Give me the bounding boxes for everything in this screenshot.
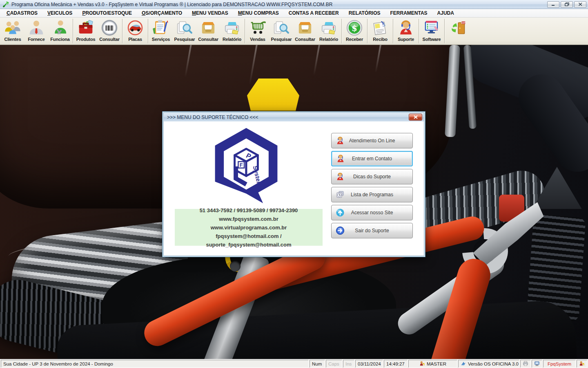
menu-item-ferramentas[interactable]: FERRAMENTAS — [385, 9, 432, 17]
toolbar-button-produtos[interactable]: Produtos — [74, 18, 98, 44]
monitor-icon — [534, 361, 540, 367]
menu-item-cadastros[interactable]: CADASTROS — [2, 9, 42, 17]
agent-icon — [397, 19, 414, 36]
dialog-button-lista-de-programas[interactable]: Lista de Programas — [331, 187, 413, 202]
toolbar-group-7: SRecibo — [368, 18, 392, 44]
toolbar-button-fornece[interactable]: Fornece — [24, 18, 48, 44]
printer-small-icon — [523, 361, 528, 367]
toolbar-label: Placas — [128, 37, 142, 42]
menu-item-menu-compras[interactable]: MENU COMPRAS — [233, 9, 284, 17]
toolbar-label: Software — [423, 37, 441, 42]
toolbar-group-1: ClientesForneceFunciona — [1, 18, 72, 44]
titlebar: Programa Oficina Mecânica + Vendas v3.0 … — [0, 0, 588, 9]
toolbar-group-9: Software — [420, 18, 443, 44]
toolbar-label: Pesquisar — [174, 37, 195, 42]
restore-button[interactable] — [561, 1, 573, 8]
toolbar-button-relatorio[interactable]: Relatório — [317, 18, 341, 44]
status-segment-fpqsystem: FpqSystem — [543, 360, 576, 368]
toolbar-button-consultar[interactable]: Consultar — [293, 18, 317, 44]
status-segment-sua-cidade-up-3-de-novembro-de-2024-domingo: Sua Cidade - UP 3 de Novembro de 2024 - … — [1, 360, 309, 368]
dialog-button-acessar-nosso-site[interactable]: Acessar nosso Site — [331, 205, 413, 220]
status-segment-03-11-2024: 03/11/2024 — [355, 360, 383, 368]
menu-item-contas-a-receber[interactable]: CONTAS A RECEBER — [284, 9, 344, 17]
toolbar-button-vendas[interactable]: Vendas — [246, 18, 270, 44]
contact-phones: 51 3443-7592 / 99139-5089 / 99734-2390 — [175, 206, 323, 215]
toolbar-label: Relatório — [319, 37, 338, 42]
toolbar-group-3: Placas — [123, 18, 147, 44]
worker-icon — [51, 19, 69, 36]
background-photo: >>> MENU DO SUPORTE TÉCNICO <<< — [0, 45, 588, 359]
menu-item-ajuda[interactable]: AJUDA — [432, 9, 459, 17]
toolbar-separator — [419, 19, 419, 43]
toolbar-button-suporte[interactable]: Suporte — [394, 18, 418, 44]
support-dialog: >>> MENU DO SUPORTE TÉCNICO <<< — [162, 111, 425, 257]
window-title: Programa Oficina Mecânica + Vendas v3.0 … — [11, 2, 332, 7]
dialog-button-atendimento-on-line[interactable]: Atendimento On Line — [331, 133, 413, 148]
agent-icon — [336, 136, 345, 145]
toolbar-label: Receber — [346, 37, 363, 42]
version-icon — [461, 361, 466, 367]
menu-item-menu-vendas[interactable]: MENU VENDAS — [187, 9, 233, 17]
toolbar-button-pesquisar[interactable]: Pesquisar — [270, 18, 293, 44]
exit-icon: EXIT — [450, 19, 467, 36]
toolbar-label: Produtos — [76, 37, 96, 42]
menu-item-relatorios[interactable]: RELATÓRIOS — [344, 9, 385, 17]
contact-site-1: www.fpqsystem.com.br — [175, 215, 323, 223]
toolbar-label: Clientes — [4, 37, 21, 42]
menu-item-os-orcamento[interactable]: OS/ORÇAMENTO — [137, 9, 187, 17]
status-text: Caps — [328, 361, 339, 366]
toolbar-button-pesquisar[interactable]: Pesquisar — [173, 18, 196, 44]
toolbar-separator — [73, 19, 73, 43]
status-text: FpqSystem — [548, 361, 571, 366]
toolbar-separator — [393, 19, 393, 43]
cart-icon — [249, 19, 266, 36]
dialog-title: >>> MENU DO SUPORTE TÉCNICO <<< — [167, 114, 258, 120]
toolbar-group-8: Suporte — [394, 18, 418, 44]
toolbar-button-recibo[interactable]: SRecibo — [368, 18, 392, 44]
dialog-button-label: Sair do Suporte — [355, 228, 389, 233]
toolbar-button-servicos[interactable]: Serviços — [149, 18, 173, 44]
toolbar-button-receber[interactable]: $Receber — [343, 18, 366, 44]
status-segment-monitor-icon — [532, 360, 542, 368]
toolbar-label: Vendas — [250, 37, 265, 42]
toolbar-button-relatorio[interactable]: Relatório — [220, 18, 244, 44]
status-text: 03/11/2024 — [358, 361, 381, 366]
toolbar-button-consultar[interactable]: Consultar — [196, 18, 220, 44]
dialog-button-sair-do-suporte[interactable]: Sair do Suporte — [331, 223, 413, 238]
dialog-button-label: Entrar em Contato — [352, 156, 392, 162]
toolbar-label: Consultar — [198, 37, 218, 42]
logo-letter-f: F — [240, 162, 243, 168]
minimize-button[interactable] — [547, 1, 559, 8]
software-icon — [423, 19, 440, 36]
status-text: Sua Cidade - UP 3 de Novembro de 2024 - … — [3, 361, 113, 366]
menu-item-veiculos[interactable]: VEICULOS — [42, 9, 77, 17]
receipt-icon: S — [372, 19, 389, 36]
dollar-icon: $ — [346, 19, 363, 36]
toolbar-button-placas[interactable]: Placas — [123, 18, 147, 44]
toolbar-label: Relatório — [223, 37, 241, 42]
toolbar-button-clientes[interactable]: Clientes — [1, 18, 24, 44]
toolbar-button-software[interactable]: Software — [420, 18, 443, 44]
toolbar: ClientesForneceFuncionaProdutosConsultar… — [0, 18, 588, 45]
dialog-close-button[interactable] — [409, 114, 422, 121]
toolbar-label: Consultar — [99, 37, 120, 42]
toolbar-button-consultar[interactable]: Consultar — [98, 18, 121, 44]
close-button[interactable] — [574, 1, 586, 8]
dialog-buttons: Atendimento On LineEntrar em ContatoDica… — [331, 133, 413, 238]
toolbar-button-exit-icon[interactable]: EXIT — [445, 18, 472, 44]
toolbar-group-5: VendasPesquisarConsultarRelatório — [246, 18, 341, 44]
toolbar-separator — [122, 19, 122, 43]
status-segment-14-49-27: 14:49:27 — [384, 360, 408, 368]
menubar: CADASTROSVEICULOSPRODUTO/ESTOQUEOS/ORÇAM… — [0, 9, 588, 18]
fpqsystem-logo: P F System — [210, 126, 283, 205]
menu-item-produto-estoque[interactable]: PRODUTO/ESTOQUE — [77, 9, 137, 17]
dialog-button-entrar-em-contato[interactable]: Entrar em Contato — [331, 151, 413, 166]
toolbar-button-funciona[interactable]: Funciona — [48, 18, 72, 44]
toolbox-icon — [77, 19, 94, 36]
printer-icon — [223, 19, 241, 36]
svg-text:EXIT: EXIT — [461, 22, 466, 24]
toolbar-group-6: $Receber — [343, 18, 366, 44]
agent-icon — [336, 172, 345, 181]
dialog-button-dicas-do-suporte[interactable]: Dicas do Suporte — [331, 169, 413, 184]
programs-icon — [336, 190, 345, 199]
